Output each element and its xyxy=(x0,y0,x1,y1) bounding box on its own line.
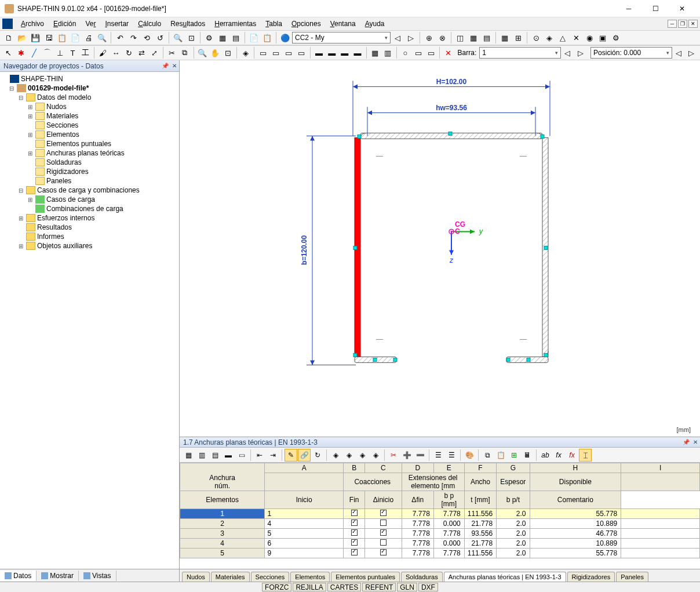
tree-model[interactable]: 001629-model-file* xyxy=(28,84,89,92)
tree-rigidizadores[interactable]: Rigidizadores xyxy=(46,168,89,176)
tree-soldaduras[interactable]: Soldaduras xyxy=(46,158,82,166)
tool-c1-icon[interactable]: ▦ xyxy=(498,31,511,44)
barra-prev-icon[interactable]: ◁ xyxy=(562,46,574,59)
checkbox[interactable] xyxy=(351,520,358,526)
menu-ventana[interactable]: Ventana xyxy=(326,19,360,29)
zoomfit-icon[interactable]: ⊡ xyxy=(185,31,198,44)
tt-cursor-icon[interactable]: ⌶ xyxy=(579,449,592,462)
v4-icon[interactable]: ▭ xyxy=(296,46,308,59)
next-lc-icon[interactable]: ▷ xyxy=(404,31,417,44)
table-pin-icon[interactable]: 📌 xyxy=(683,439,690,445)
snap6-icon[interactable]: ▣ xyxy=(596,31,609,44)
dim-icon[interactable]: ⊥ xyxy=(54,46,66,59)
checkbox[interactable] xyxy=(380,529,387,536)
line-icon[interactable]: ╱ xyxy=(28,46,40,59)
pin-icon[interactable]: 📌 xyxy=(162,63,169,69)
grid2-icon[interactable]: ▤ xyxy=(229,31,242,44)
pos-prev-icon[interactable]: ◁ xyxy=(673,46,685,59)
data-table[interactable]: Anchuranúm. A B C D E F G H I Coacciones… xyxy=(180,463,700,558)
checkbox[interactable] xyxy=(351,549,358,555)
tree-root[interactable]: SHAPE-THIN xyxy=(21,75,63,83)
tree-elementos-punt[interactable]: Elementos puntuales xyxy=(46,140,111,148)
snap1-icon[interactable]: ⊙ xyxy=(530,31,542,44)
zoomwin-icon[interactable]: 🔍 xyxy=(196,46,208,59)
paste-icon[interactable]: 📄 xyxy=(69,31,82,44)
menu-opciones[interactable]: Opciones xyxy=(287,19,326,29)
refresh-icon[interactable]: ⟲ xyxy=(140,31,153,44)
tt-next-icon[interactable]: ⇥ xyxy=(267,449,279,462)
calc-icon[interactable]: ⚙ xyxy=(203,31,216,44)
open-icon[interactable]: 📂 xyxy=(16,31,28,44)
table-row[interactable]: 357.7787.77893.5562.046.778 xyxy=(180,529,700,539)
bottom-tab[interactable]: Anchuras planas téoricas | EN 1993-1-3 xyxy=(444,572,566,582)
redo2-icon[interactable]: ↺ xyxy=(154,31,166,44)
section-icon[interactable]: 工 xyxy=(79,46,92,59)
table-row[interactable]: 467.7780.00021.7782.010.889 xyxy=(180,539,700,549)
select-icon[interactable]: ↖ xyxy=(2,46,14,59)
tt-add-icon[interactable]: ➕ xyxy=(400,449,413,462)
checkbox[interactable] xyxy=(380,539,387,546)
tree-paneles[interactable]: Paneles xyxy=(46,177,71,185)
tt-b-icon[interactable]: ◈ xyxy=(342,449,355,462)
menu-edicion[interactable]: Edición xyxy=(49,19,81,29)
redo-icon[interactable]: ↷ xyxy=(127,31,140,44)
navtab-datos[interactable]: Datos xyxy=(0,571,37,581)
grid1-icon[interactable]: ▦ xyxy=(216,31,229,44)
node-icon[interactable]: ✱ xyxy=(15,46,27,59)
checkbox[interactable] xyxy=(380,520,387,526)
checkbox[interactable] xyxy=(351,529,358,536)
cut-icon[interactable]: ✂ xyxy=(166,46,178,59)
tt-rem-icon[interactable]: ➖ xyxy=(414,449,426,462)
report1-icon[interactable]: 📄 xyxy=(247,31,260,44)
status-cell[interactable]: CARTES xyxy=(327,583,361,591)
tool-b2-icon[interactable]: ▦ xyxy=(467,31,480,44)
preview-icon[interactable]: 🔍 xyxy=(96,31,108,44)
tt-3-icon[interactable]: ▤ xyxy=(209,449,221,462)
project-tree[interactable]: SHAPE-THIN ⊟001629-model-file* ⊟Datos de… xyxy=(0,72,179,569)
table-grid-wrap[interactable]: Anchuranúm. A B C D E F G H I Coacciones… xyxy=(180,463,700,569)
y1-icon[interactable]: ○ xyxy=(399,46,411,59)
x2-icon[interactable]: ▥ xyxy=(382,46,394,59)
status-cell[interactable]: REJILLA xyxy=(293,583,326,591)
tt-edit-icon[interactable]: ✎ xyxy=(285,449,297,462)
tt-paste-icon[interactable]: 📋 xyxy=(494,449,507,462)
tt-fx3-icon[interactable]: fx xyxy=(566,449,578,462)
undo-icon[interactable]: ↶ xyxy=(114,31,126,44)
tree-anchuras[interactable]: Anchuras planas teóricas xyxy=(46,149,125,157)
snap4-icon[interactable]: ✕ xyxy=(570,31,582,44)
tree-objaux[interactable]: Objetos auxiliares xyxy=(37,242,92,250)
menu-ayuda[interactable]: Ayuda xyxy=(360,19,389,29)
w3-icon[interactable]: ▬ xyxy=(338,46,351,59)
pan-icon[interactable]: ✋ xyxy=(209,46,221,59)
y2-icon[interactable]: ▭ xyxy=(412,46,424,59)
tree-casos-carga[interactable]: Casos de carga xyxy=(46,195,95,204)
tree-casos-comb[interactable]: Casos de carga y combinaciones xyxy=(37,186,140,194)
x1-icon[interactable]: ▦ xyxy=(369,46,381,59)
tt-refresh-icon[interactable]: ↻ xyxy=(311,449,324,462)
move-icon[interactable]: ↔ xyxy=(110,46,122,59)
table-row[interactable]: 247.7780.00021.7782.010.889 xyxy=(180,519,700,529)
tt-excel-icon[interactable]: ⊞ xyxy=(508,449,520,462)
bottom-tab[interactable]: Rigidizadores xyxy=(567,572,615,582)
table-row[interactable]: 597.7787.778111.5562.055.778 xyxy=(180,549,700,558)
tool-a1-icon[interactable]: ⊕ xyxy=(422,31,435,44)
close-button[interactable]: ✕ xyxy=(669,0,695,17)
arc-icon[interactable]: ⌒ xyxy=(41,46,53,59)
tt-c-icon[interactable]: ◈ xyxy=(356,449,369,462)
menu-resultados[interactable]: Resultados xyxy=(166,19,210,29)
tt-fx1-icon[interactable]: ab xyxy=(539,449,552,462)
bottom-tab[interactable]: Secciones xyxy=(251,572,290,582)
zoom-icon[interactable]: 🔍 xyxy=(172,31,184,44)
checkbox[interactable] xyxy=(351,539,358,546)
tree-esfuerzos[interactable]: Esfuerzos internos xyxy=(37,214,94,222)
bottom-tab[interactable]: Soldaduras xyxy=(401,572,443,582)
drawing-viewport[interactable]: H=102.00 hw=93.56 b=120.00 xyxy=(180,60,700,437)
pos-next-icon[interactable]: ▷ xyxy=(686,46,698,59)
tree-materiales[interactable]: Materiales xyxy=(46,112,78,120)
paint-icon[interactable]: 🖌 xyxy=(97,46,109,59)
tool-a2-icon[interactable]: ⊗ xyxy=(436,31,449,44)
copy2-icon[interactable]: ⧉ xyxy=(178,46,191,59)
status-cell[interactable]: REFENT xyxy=(362,583,396,591)
menu-herramientas[interactable]: Herramientas xyxy=(210,19,261,29)
mdi-min[interactable]: ─ xyxy=(668,20,677,28)
